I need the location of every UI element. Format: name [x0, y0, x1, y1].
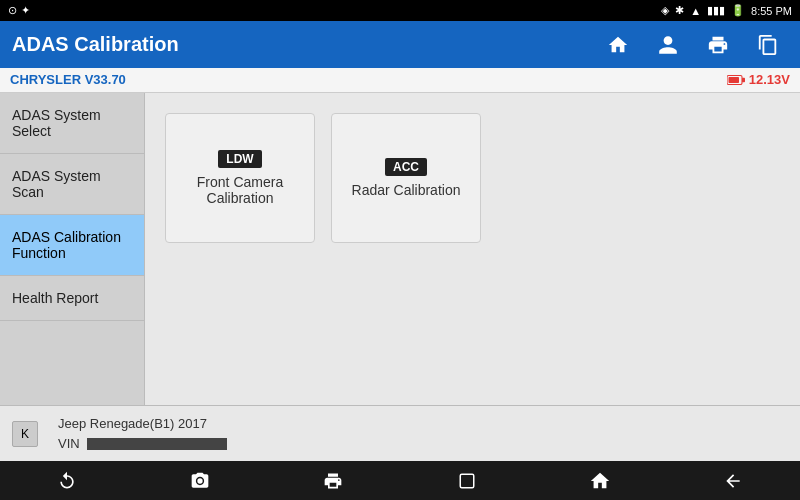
- battery-voltage: 12.13V: [749, 72, 790, 87]
- front-camera-calibration-card[interactable]: LDW Front Camera Calibration: [165, 113, 315, 243]
- wifi-icon: ▲: [690, 5, 701, 17]
- sidebar-item-adas-calibration-function[interactable]: ADAS Calibration Function: [0, 215, 144, 276]
- print-button[interactable]: [698, 27, 738, 63]
- status-right: ◈ ✱ ▲ ▮▮▮ 🔋 8:55 PM: [661, 4, 792, 17]
- sidebar-item-health-report[interactable]: Health Report: [0, 276, 144, 321]
- calibration-cards: LDW Front Camera Calibration ACC Radar C…: [165, 113, 780, 243]
- vehicle-name: Jeep Renegade(B1) 2017: [58, 414, 227, 434]
- sidebar-spacer: [0, 321, 144, 405]
- nav-home[interactable]: [575, 463, 625, 499]
- signal-icon: ▮▮▮: [707, 4, 725, 17]
- radar-label: Radar Calibration: [344, 182, 469, 198]
- android-nav-bar: [0, 461, 800, 500]
- vin-line: VIN: [58, 434, 227, 454]
- nav-recent-apps[interactable]: [42, 463, 92, 499]
- collapse-button[interactable]: K: [12, 421, 38, 447]
- bluetooth-icon: ✱: [675, 4, 684, 17]
- nav-square[interactable]: [442, 463, 492, 499]
- status-left-icons: ⊙ ✦: [8, 4, 30, 17]
- header: ADAS Calibration: [0, 21, 800, 68]
- sidebar-item-adas-system-scan[interactable]: ADAS System Scan: [0, 154, 144, 215]
- svg-rect-4: [460, 474, 474, 488]
- status-icon-2: ✦: [21, 4, 30, 17]
- vin-value-bar: [87, 438, 227, 450]
- app-wrapper: ⊙ ✦ ◈ ✱ ▲ ▮▮▮ 🔋 8:55 PM ADAS Calibration: [0, 0, 800, 500]
- main-content: ADAS System Select ADAS System Scan ADAS…: [0, 93, 800, 405]
- battery-icon: 🔋: [731, 4, 745, 17]
- status-icon-1: ⊙: [8, 4, 17, 17]
- svg-point-3: [197, 478, 202, 483]
- svg-rect-2: [728, 77, 739, 83]
- nav-camera[interactable]: [175, 463, 225, 499]
- acc-badge: ACC: [385, 158, 427, 176]
- nav-back[interactable]: [708, 463, 758, 499]
- sidebar-item-adas-system-select[interactable]: ADAS System Select: [0, 93, 144, 154]
- bottom-info-bar: K Jeep Renegade(B1) 2017 VIN: [0, 405, 800, 461]
- header-icons: [598, 27, 788, 63]
- vehicle-version: CHRYSLER V33.70: [10, 72, 126, 87]
- home-button[interactable]: [598, 27, 638, 63]
- front-camera-label: Front Camera Calibration: [166, 174, 314, 206]
- vehicle-bar: CHRYSLER V33.70 12.13V: [0, 68, 800, 93]
- content-panel: LDW Front Camera Calibration ACC Radar C…: [145, 93, 800, 405]
- header-title: ADAS Calibration: [12, 33, 179, 56]
- location-icon: ◈: [661, 4, 669, 17]
- time-display: 8:55 PM: [751, 5, 792, 17]
- radar-calibration-card[interactable]: ACC Radar Calibration: [331, 113, 481, 243]
- export-button[interactable]: [748, 27, 788, 63]
- sidebar: ADAS System Select ADAS System Scan ADAS…: [0, 93, 145, 405]
- user-button[interactable]: [648, 27, 688, 63]
- battery-info: 12.13V: [727, 72, 790, 87]
- nav-print[interactable]: [308, 463, 358, 499]
- status-bar: ⊙ ✦ ◈ ✱ ▲ ▮▮▮ 🔋 8:55 PM: [0, 0, 800, 21]
- ldw-badge: LDW: [218, 150, 261, 168]
- vehicle-details: Jeep Renegade(B1) 2017 VIN: [58, 414, 227, 453]
- svg-rect-1: [742, 78, 745, 83]
